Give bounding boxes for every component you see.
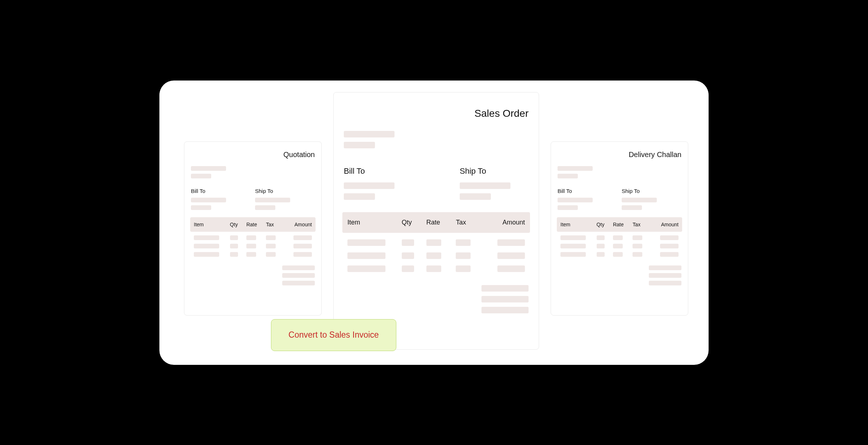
ship-to-label: Ship To: [460, 166, 510, 176]
col-tax: Tax: [633, 222, 652, 227]
quotation-title: Quotation: [184, 142, 321, 159]
sales-order-document: Sales Order Bill To Ship To Item Qty Rat…: [333, 92, 539, 350]
sales-order-ship-to: Ship To: [460, 166, 510, 200]
table-row: [190, 240, 316, 248]
ship-to-label: Ship To: [622, 188, 657, 194]
table-row: [190, 248, 316, 257]
bill-to-label: Bill To: [558, 188, 593, 194]
canvas-frame: Quotation Bill To Ship To Item Qty Rate …: [159, 81, 709, 365]
table-row: [557, 248, 682, 257]
table-header-row: Item Qty Rate Tax Amount: [190, 217, 316, 232]
col-qty: Qty: [597, 222, 613, 227]
col-tax: Tax: [266, 222, 285, 227]
col-amount: Amount: [485, 219, 525, 226]
table-row: [557, 232, 682, 240]
sales-order-totals: [334, 272, 539, 313]
ship-to-label: Ship To: [255, 188, 290, 194]
quotation-document: Quotation Bill To Ship To Item Qty Rate …: [184, 141, 322, 316]
sales-order-title: Sales Order: [334, 92, 539, 119]
convert-to-sales-invoice-button[interactable]: Convert to Sales Invoice: [271, 319, 396, 351]
bill-to-label: Bill To: [191, 188, 226, 194]
sales-order-bill-to: Bill To: [344, 166, 395, 200]
quotation-header-placeholder: [184, 159, 321, 181]
table-row: [557, 240, 682, 248]
col-item: Item: [347, 219, 402, 226]
col-amount: Amount: [652, 222, 679, 227]
sales-order-header-placeholder: [334, 119, 539, 156]
table-row: [190, 232, 316, 240]
delivery-challan-items-table: Item Qty Rate Tax Amount: [557, 217, 682, 257]
col-item: Item: [560, 222, 597, 227]
quotation-ship-to: Ship To: [255, 188, 290, 210]
col-rate: Rate: [613, 222, 633, 227]
delivery-challan-totals: [551, 257, 688, 285]
table-header-row: Item Qty Rate Tax Amount: [557, 217, 682, 232]
col-amount: Amount: [286, 222, 312, 227]
table-header-row: Item Qty Rate Tax Amount: [342, 212, 530, 233]
delivery-challan-ship-to: Ship To: [622, 188, 657, 210]
quotation-bill-to: Bill To: [191, 188, 226, 210]
table-row: [342, 259, 530, 272]
quotation-items-table: Item Qty Rate Tax Amount: [190, 217, 316, 257]
delivery-challan-header-placeholder: [551, 159, 688, 181]
sales-order-items-table: Item Qty Rate Tax Amount: [342, 212, 530, 272]
table-row: [342, 233, 530, 246]
delivery-challan-bill-to: Bill To: [558, 188, 593, 210]
col-qty: Qty: [230, 222, 246, 227]
delivery-challan-addresses: Bill To Ship To: [551, 181, 688, 210]
delivery-challan-document: Delivery Challan Bill To Ship To Item Qt…: [551, 141, 688, 316]
table-row: [342, 246, 530, 259]
col-rate: Rate: [426, 219, 456, 226]
col-qty: Qty: [402, 219, 426, 226]
quotation-totals: [184, 257, 321, 285]
sales-order-addresses: Bill To Ship To: [334, 156, 539, 200]
col-rate: Rate: [246, 222, 266, 227]
delivery-challan-title: Delivery Challan: [551, 142, 688, 159]
quotation-addresses: Bill To Ship To: [184, 181, 321, 210]
col-item: Item: [194, 222, 230, 227]
col-tax: Tax: [456, 219, 485, 226]
bill-to-label: Bill To: [344, 166, 395, 176]
